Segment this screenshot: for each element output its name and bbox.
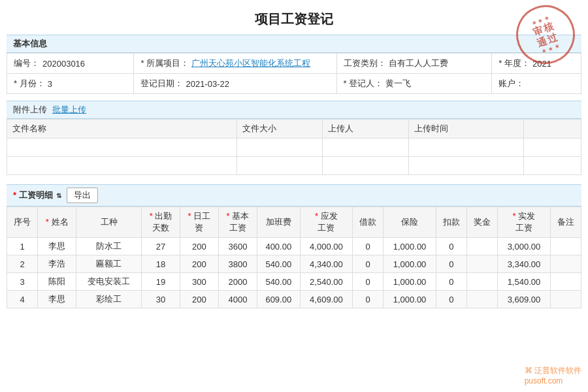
project-cell: * 所属项目： 广州天心苑小区智能化系统工程 xyxy=(134,54,336,73)
salary-cell: 0 xyxy=(436,291,466,308)
salary-cell: 27 xyxy=(142,238,180,255)
salary-row: 4李思彩绘工302004000609.004,609.0001,000.0003… xyxy=(7,291,581,308)
account-cell: 账户： xyxy=(492,74,581,93)
salary-cell: 1 xyxy=(7,238,38,255)
batch-upload-button[interactable]: 批量上传 xyxy=(52,104,86,116)
salary-cell: 0 xyxy=(436,255,466,273)
salary-cell xyxy=(550,291,581,308)
salary-cell: 3,000.00 xyxy=(498,238,550,255)
salary-row: 3陈阳变电安装工193002000540.002,540.0001,000.00… xyxy=(7,273,581,291)
col-overtime: 加班费 xyxy=(257,207,300,238)
salary-cell: 0 xyxy=(353,291,384,308)
project-label: * 所属项目： xyxy=(140,57,189,69)
salary-cell: 300 xyxy=(180,273,218,291)
salary-cell: 李思 xyxy=(38,291,76,308)
info-row-1: 编号： 202003016 * 所属项目： 广州天心苑小区智能化系统工程 工资类… xyxy=(7,54,581,74)
salary-cell xyxy=(467,273,498,291)
salary-cell: 2,540.00 xyxy=(300,273,352,291)
salary-cell: 1,540.00 xyxy=(498,273,550,291)
col-actual: * 实发工资 xyxy=(498,207,550,238)
salary-cell: 609.00 xyxy=(257,291,300,308)
salary-cell xyxy=(467,255,498,273)
approval-stamp: ★ ★ ★ 审核通过 ★ ★ ★ xyxy=(516,5,575,64)
sort-icon[interactable]: ⇅ xyxy=(56,192,61,199)
salary-cell xyxy=(550,273,581,291)
attachment-table: 文件名称 文件大小 上传人 上传时间 xyxy=(7,119,581,175)
reg-person-value: 黄一飞 xyxy=(385,78,411,90)
salary-cell xyxy=(467,238,498,255)
col-payable: * 应发工资 xyxy=(300,207,352,238)
salary-cell: 4,340.00 xyxy=(300,255,352,273)
attachment-label: 附件上传 xyxy=(13,104,47,116)
salary-header: * 工资明细 ⇅ 导出 xyxy=(7,184,581,206)
col-name: * 姓名 xyxy=(38,207,76,238)
month-cell: * 月份： 3 xyxy=(7,74,134,93)
month-value: 3 xyxy=(48,79,52,89)
col-filesize: 文件大小 xyxy=(237,120,323,139)
export-button[interactable]: 导出 xyxy=(67,188,98,203)
salary-cell: 200 xyxy=(180,291,218,308)
salary-cell: 防水工 xyxy=(76,238,142,255)
col-deduction: 扣款 xyxy=(436,207,466,238)
watermark-icon: ⌘ xyxy=(525,366,532,375)
salary-cell: 200 xyxy=(180,238,218,255)
salary-cell: 4 xyxy=(7,291,38,308)
salary-cell: 1,000.00 xyxy=(384,273,436,291)
col-base-wage: * 基本工资 xyxy=(218,207,257,238)
col-insurance: 保险 xyxy=(384,207,436,238)
watermark-text: 泛普软件 xyxy=(534,366,566,375)
salary-cell: 1,000.00 xyxy=(384,291,436,308)
salary-cell: 彩绘工 xyxy=(76,291,142,308)
reg-person-cell: * 登记人： 黄一飞 xyxy=(337,74,493,93)
salary-cell: 0 xyxy=(353,255,384,273)
salary-cell: 3,340.00 xyxy=(498,255,550,273)
code-label: 编号： xyxy=(14,57,40,69)
salary-cell: 0 xyxy=(436,273,466,291)
page-title: 项目工资登记 xyxy=(7,0,581,35)
attachment-empty-row xyxy=(7,139,581,157)
code-cell: 编号： 202003016 xyxy=(7,54,134,73)
salary-cell: 18 xyxy=(142,255,180,273)
salary-row: 2李浩匾额工182003800540.004,340.0001,000.0003… xyxy=(7,255,581,273)
basic-info-section: 编号： 202003016 * 所属项目： 广州天心苑小区智能化系统工程 工资类… xyxy=(7,53,581,94)
salary-cell: 2000 xyxy=(218,273,257,291)
salary-cell: 30 xyxy=(142,291,180,308)
salary-cell: 4000 xyxy=(218,291,257,308)
reg-date-cell: 登记日期： 2021-03-22 xyxy=(134,74,336,93)
col-ops xyxy=(524,120,581,139)
account-label: 账户： xyxy=(498,78,525,90)
salary-cell xyxy=(550,238,581,255)
salary-cell xyxy=(550,255,581,273)
salary-cell: 540.00 xyxy=(257,273,300,291)
salary-type-cell: 工资类别： 自有工人人工费 xyxy=(337,54,493,73)
salary-cell: 400.00 xyxy=(257,238,300,255)
salary-row: 1李思防水工272003600400.004,000.0001,000.0003… xyxy=(7,238,581,255)
salary-cell: 0 xyxy=(353,238,384,255)
salary-table: 序号 * 姓名 工种 * 出勤天数 * 日工资 * 基本工资 加班费 * 应发工… xyxy=(7,206,581,308)
salary-cell: 1,000.00 xyxy=(384,238,436,255)
attachment-empty-row2 xyxy=(7,157,581,175)
salary-cell: 0 xyxy=(436,238,466,255)
salary-cell: 2 xyxy=(7,255,38,273)
salary-section: * 工资明细 ⇅ 导出 序号 * 姓名 工种 * 出勤天数 * 日工资 * 基本… xyxy=(7,184,581,308)
salary-cell: 1,000.00 xyxy=(384,255,436,273)
salary-cell: 变电安装工 xyxy=(76,273,142,291)
project-value[interactable]: 广州天心苑小区智能化系统工程 xyxy=(191,57,310,69)
col-bonus: 奖金 xyxy=(467,207,498,238)
salary-cell: 陈阳 xyxy=(38,273,76,291)
col-daily-wage: * 日工资 xyxy=(180,207,218,238)
salary-cell: 李浩 xyxy=(38,255,76,273)
col-attendance: * 出勤天数 xyxy=(142,207,180,238)
reg-date-label: 登记日期： xyxy=(140,78,183,90)
salary-cell: 李思 xyxy=(38,238,76,255)
salary-cell: 200 xyxy=(180,255,218,273)
salary-cell: 匾额工 xyxy=(76,255,142,273)
salary-cell xyxy=(467,291,498,308)
code-value: 202003016 xyxy=(42,59,85,69)
info-row-2: * 月份： 3 登记日期： 2021-03-22 * 登记人： 黄一飞 账户： xyxy=(7,74,581,93)
col-loan: 借款 xyxy=(353,207,384,238)
col-filename: 文件名称 xyxy=(7,120,237,139)
salary-cell: 4,000.00 xyxy=(300,238,352,255)
month-label: * 月份： xyxy=(14,78,45,90)
attachment-header: 附件上传 批量上传 xyxy=(7,101,581,119)
